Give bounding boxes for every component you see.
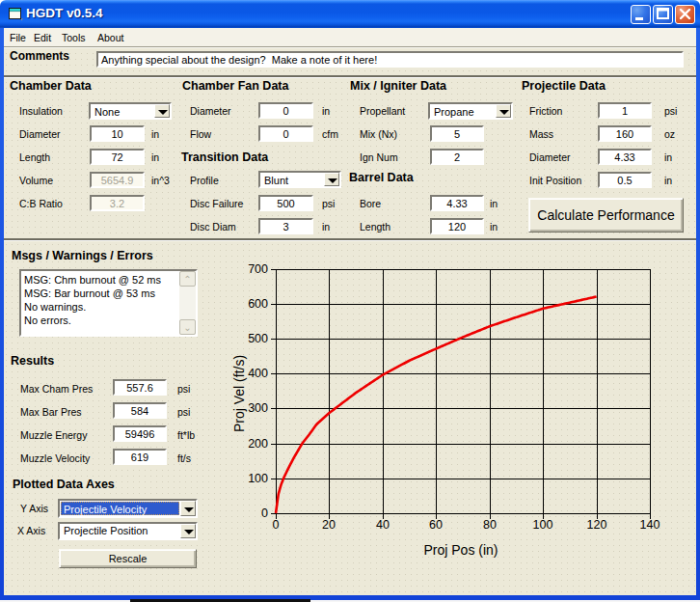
- svg-text:600: 600: [248, 297, 268, 311]
- svg-text:Proj Pos (in): Proj Pos (in): [423, 542, 498, 558]
- svg-text:140: 140: [640, 518, 660, 532]
- svg-text:0: 0: [261, 506, 268, 520]
- svg-text:80: 80: [483, 518, 497, 532]
- svg-text:120: 120: [587, 518, 607, 532]
- svg-text:60: 60: [429, 518, 443, 532]
- svg-text:500: 500: [248, 332, 268, 345]
- svg-text:400: 400: [248, 367, 268, 380]
- svg-text:0: 0: [273, 518, 280, 532]
- svg-text:20: 20: [322, 518, 336, 532]
- svg-text:100: 100: [248, 472, 268, 485]
- svg-text:700: 700: [248, 262, 268, 276]
- svg-text:Proj Vel (ft/s): Proj Vel (ft/s): [231, 355, 247, 432]
- svg-text:40: 40: [376, 518, 390, 532]
- svg-text:100: 100: [533, 518, 553, 532]
- svg-text:200: 200: [248, 437, 268, 451]
- svg-text:300: 300: [248, 401, 268, 415]
